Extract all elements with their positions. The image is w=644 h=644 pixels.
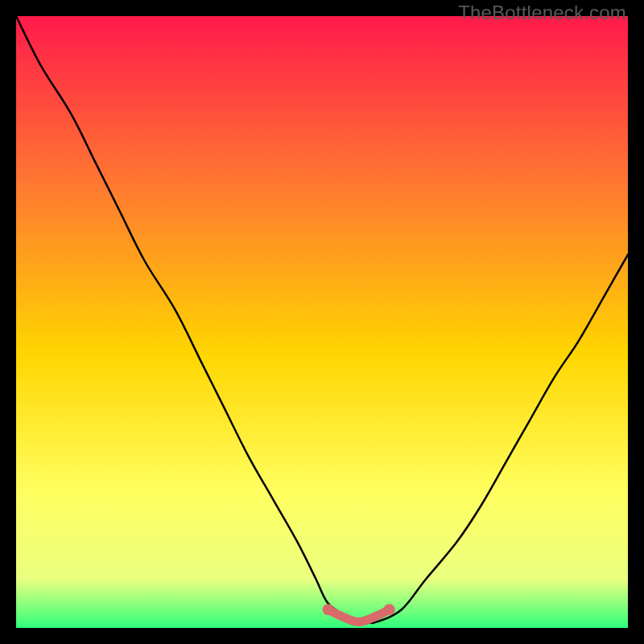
plot-area: [16, 16, 628, 628]
bottleneck-curve: [16, 16, 628, 623]
tolerance-dot-right: [384, 604, 395, 615]
curve-layer: [16, 16, 628, 628]
tolerance-dot-left: [323, 604, 334, 615]
chart-frame: TheBottleneck.com: [0, 0, 644, 644]
